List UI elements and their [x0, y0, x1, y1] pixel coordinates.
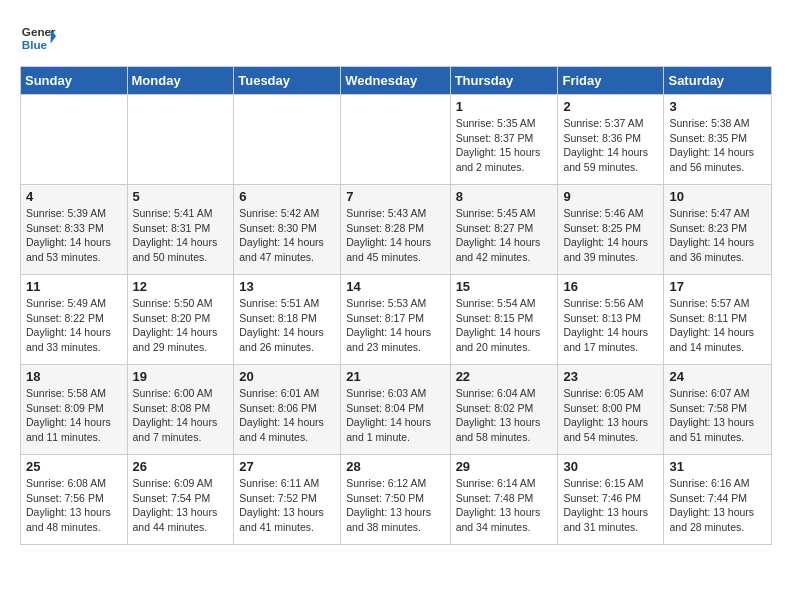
week-row-3: 11Sunrise: 5:49 AM Sunset: 8:22 PM Dayli…: [21, 275, 772, 365]
day-number: 9: [563, 189, 658, 204]
day-number: 2: [563, 99, 658, 114]
day-info: Sunrise: 5:35 AM Sunset: 8:37 PM Dayligh…: [456, 116, 553, 175]
day-info: Sunrise: 6:08 AM Sunset: 7:56 PM Dayligh…: [26, 476, 122, 535]
day-number: 27: [239, 459, 335, 474]
day-cell: [234, 95, 341, 185]
day-info: Sunrise: 6:14 AM Sunset: 7:48 PM Dayligh…: [456, 476, 553, 535]
day-info: Sunrise: 6:09 AM Sunset: 7:54 PM Dayligh…: [133, 476, 229, 535]
logo: General Blue: [20, 20, 56, 56]
day-cell: 15Sunrise: 5:54 AM Sunset: 8:15 PM Dayli…: [450, 275, 558, 365]
day-number: 16: [563, 279, 658, 294]
day-cell: 20Sunrise: 6:01 AM Sunset: 8:06 PM Dayli…: [234, 365, 341, 455]
week-row-5: 25Sunrise: 6:08 AM Sunset: 7:56 PM Dayli…: [21, 455, 772, 545]
day-cell: [21, 95, 128, 185]
week-row-1: 1Sunrise: 5:35 AM Sunset: 8:37 PM Daylig…: [21, 95, 772, 185]
day-info: Sunrise: 5:37 AM Sunset: 8:36 PM Dayligh…: [563, 116, 658, 175]
day-info: Sunrise: 5:41 AM Sunset: 8:31 PM Dayligh…: [133, 206, 229, 265]
day-cell: 18Sunrise: 5:58 AM Sunset: 8:09 PM Dayli…: [21, 365, 128, 455]
day-cell: 8Sunrise: 5:45 AM Sunset: 8:27 PM Daylig…: [450, 185, 558, 275]
day-number: 24: [669, 369, 766, 384]
day-cell: 23Sunrise: 6:05 AM Sunset: 8:00 PM Dayli…: [558, 365, 664, 455]
day-cell: 22Sunrise: 6:04 AM Sunset: 8:02 PM Dayli…: [450, 365, 558, 455]
day-number: 10: [669, 189, 766, 204]
day-info: Sunrise: 5:45 AM Sunset: 8:27 PM Dayligh…: [456, 206, 553, 265]
day-info: Sunrise: 5:50 AM Sunset: 8:20 PM Dayligh…: [133, 296, 229, 355]
day-number: 23: [563, 369, 658, 384]
day-number: 4: [26, 189, 122, 204]
day-cell: 4Sunrise: 5:39 AM Sunset: 8:33 PM Daylig…: [21, 185, 128, 275]
day-cell: 1Sunrise: 5:35 AM Sunset: 8:37 PM Daylig…: [450, 95, 558, 185]
calendar-table: SundayMondayTuesdayWednesdayThursdayFrid…: [20, 66, 772, 545]
day-cell: 29Sunrise: 6:14 AM Sunset: 7:48 PM Dayli…: [450, 455, 558, 545]
day-number: 30: [563, 459, 658, 474]
day-number: 14: [346, 279, 444, 294]
day-number: 19: [133, 369, 229, 384]
day-number: 3: [669, 99, 766, 114]
day-info: Sunrise: 6:07 AM Sunset: 7:58 PM Dayligh…: [669, 386, 766, 445]
weekday-header-wednesday: Wednesday: [341, 67, 450, 95]
day-cell: [127, 95, 234, 185]
day-info: Sunrise: 5:38 AM Sunset: 8:35 PM Dayligh…: [669, 116, 766, 175]
day-cell: 16Sunrise: 5:56 AM Sunset: 8:13 PM Dayli…: [558, 275, 664, 365]
day-info: Sunrise: 6:11 AM Sunset: 7:52 PM Dayligh…: [239, 476, 335, 535]
day-info: Sunrise: 5:46 AM Sunset: 8:25 PM Dayligh…: [563, 206, 658, 265]
day-info: Sunrise: 6:01 AM Sunset: 8:06 PM Dayligh…: [239, 386, 335, 445]
day-number: 18: [26, 369, 122, 384]
day-number: 31: [669, 459, 766, 474]
day-info: Sunrise: 5:57 AM Sunset: 8:11 PM Dayligh…: [669, 296, 766, 355]
day-cell: 26Sunrise: 6:09 AM Sunset: 7:54 PM Dayli…: [127, 455, 234, 545]
day-cell: 31Sunrise: 6:16 AM Sunset: 7:44 PM Dayli…: [664, 455, 772, 545]
weekday-header-monday: Monday: [127, 67, 234, 95]
day-info: Sunrise: 5:39 AM Sunset: 8:33 PM Dayligh…: [26, 206, 122, 265]
week-row-4: 18Sunrise: 5:58 AM Sunset: 8:09 PM Dayli…: [21, 365, 772, 455]
day-number: 29: [456, 459, 553, 474]
day-number: 21: [346, 369, 444, 384]
page-header: General Blue: [20, 20, 772, 56]
day-cell: 12Sunrise: 5:50 AM Sunset: 8:20 PM Dayli…: [127, 275, 234, 365]
day-cell: 2Sunrise: 5:37 AM Sunset: 8:36 PM Daylig…: [558, 95, 664, 185]
day-number: 12: [133, 279, 229, 294]
day-info: Sunrise: 5:58 AM Sunset: 8:09 PM Dayligh…: [26, 386, 122, 445]
day-number: 25: [26, 459, 122, 474]
day-number: 22: [456, 369, 553, 384]
day-info: Sunrise: 5:47 AM Sunset: 8:23 PM Dayligh…: [669, 206, 766, 265]
day-cell: 3Sunrise: 5:38 AM Sunset: 8:35 PM Daylig…: [664, 95, 772, 185]
day-cell: 19Sunrise: 6:00 AM Sunset: 8:08 PM Dayli…: [127, 365, 234, 455]
day-cell: [341, 95, 450, 185]
day-cell: 21Sunrise: 6:03 AM Sunset: 8:04 PM Dayli…: [341, 365, 450, 455]
weekday-header-friday: Friday: [558, 67, 664, 95]
day-info: Sunrise: 6:03 AM Sunset: 8:04 PM Dayligh…: [346, 386, 444, 445]
logo-icon: General Blue: [20, 20, 56, 56]
day-cell: 25Sunrise: 6:08 AM Sunset: 7:56 PM Dayli…: [21, 455, 128, 545]
day-number: 7: [346, 189, 444, 204]
day-cell: 13Sunrise: 5:51 AM Sunset: 8:18 PM Dayli…: [234, 275, 341, 365]
day-number: 6: [239, 189, 335, 204]
day-info: Sunrise: 5:56 AM Sunset: 8:13 PM Dayligh…: [563, 296, 658, 355]
day-number: 13: [239, 279, 335, 294]
day-info: Sunrise: 6:05 AM Sunset: 8:00 PM Dayligh…: [563, 386, 658, 445]
day-info: Sunrise: 6:04 AM Sunset: 8:02 PM Dayligh…: [456, 386, 553, 445]
weekday-header-thursday: Thursday: [450, 67, 558, 95]
day-cell: 6Sunrise: 5:42 AM Sunset: 8:30 PM Daylig…: [234, 185, 341, 275]
week-row-2: 4Sunrise: 5:39 AM Sunset: 8:33 PM Daylig…: [21, 185, 772, 275]
day-cell: 11Sunrise: 5:49 AM Sunset: 8:22 PM Dayli…: [21, 275, 128, 365]
day-info: Sunrise: 6:15 AM Sunset: 7:46 PM Dayligh…: [563, 476, 658, 535]
day-info: Sunrise: 5:43 AM Sunset: 8:28 PM Dayligh…: [346, 206, 444, 265]
day-info: Sunrise: 5:42 AM Sunset: 8:30 PM Dayligh…: [239, 206, 335, 265]
day-cell: 7Sunrise: 5:43 AM Sunset: 8:28 PM Daylig…: [341, 185, 450, 275]
day-cell: 14Sunrise: 5:53 AM Sunset: 8:17 PM Dayli…: [341, 275, 450, 365]
day-number: 15: [456, 279, 553, 294]
day-info: Sunrise: 5:53 AM Sunset: 8:17 PM Dayligh…: [346, 296, 444, 355]
day-info: Sunrise: 5:54 AM Sunset: 8:15 PM Dayligh…: [456, 296, 553, 355]
day-number: 26: [133, 459, 229, 474]
day-number: 20: [239, 369, 335, 384]
day-number: 1: [456, 99, 553, 114]
day-number: 11: [26, 279, 122, 294]
day-info: Sunrise: 5:51 AM Sunset: 8:18 PM Dayligh…: [239, 296, 335, 355]
day-number: 17: [669, 279, 766, 294]
day-cell: 17Sunrise: 5:57 AM Sunset: 8:11 PM Dayli…: [664, 275, 772, 365]
day-number: 28: [346, 459, 444, 474]
day-number: 8: [456, 189, 553, 204]
day-cell: 5Sunrise: 5:41 AM Sunset: 8:31 PM Daylig…: [127, 185, 234, 275]
day-cell: 27Sunrise: 6:11 AM Sunset: 7:52 PM Dayli…: [234, 455, 341, 545]
